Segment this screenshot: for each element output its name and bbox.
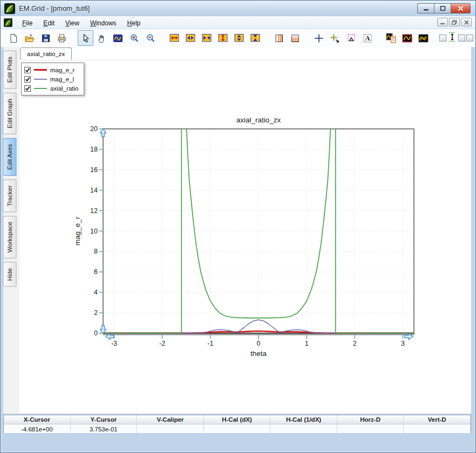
menu-windows[interactable]: Windows	[85, 18, 122, 29]
y-tick-label: 2	[94, 309, 98, 317]
series-axial_ratio	[103, 125, 181, 333]
mdi-close-icon[interactable]	[461, 18, 472, 26]
toolbar-arrows-out-x-button[interactable]	[182, 30, 198, 46]
mdi-restore-icon[interactable]	[449, 18, 460, 26]
toolbar-link-axes-vertical-button[interactable]	[439, 32, 465, 44]
toolbar-new-file-button[interactable]	[5, 30, 21, 46]
axis-arrow-up-icon[interactable]	[100, 129, 106, 137]
legend-label: mag_e_r	[50, 67, 74, 73]
close-button[interactable]	[451, 3, 471, 13]
link-axes-vertical-icon	[448, 32, 457, 44]
toolbar-print-button[interactable]	[54, 30, 70, 46]
toolbar-open-folder-button[interactable]	[22, 30, 37, 46]
toolbar-tracker-button[interactable]	[327, 30, 343, 46]
minimize-button[interactable]	[417, 3, 434, 13]
toolbar-expand-x-red-button[interactable]	[166, 30, 182, 46]
menu-edit[interactable]: Edit	[38, 18, 60, 29]
checkbox-icon[interactable]	[466, 35, 473, 42]
y-tick-label: 10	[90, 228, 98, 235]
toolbar-zoom-out-button[interactable]	[142, 30, 158, 46]
toolbar-save-button[interactable]	[38, 30, 53, 46]
toolbar-link-axes-horizontal-button[interactable]	[466, 33, 475, 44]
legend-item-axial_ratio: axial_ratio	[24, 84, 78, 93]
checkbox-checked-icon[interactable]	[24, 85, 31, 92]
x-tick-label: 3	[401, 340, 405, 347]
toolbar-zoom-box-button[interactable]	[110, 30, 126, 46]
statusbar: X-CursorY-CursorV-CaliperH-Cal (dX)H-Cal…	[3, 415, 471, 433]
axis-arrow-down-icon[interactable]	[100, 326, 106, 334]
maximize-button[interactable]	[434, 3, 451, 13]
statusbar-value	[337, 424, 404, 433]
y-axis-label: mag_e_r	[73, 216, 81, 245]
legend-line-swatch	[34, 69, 47, 71]
y-tick-label: 16	[90, 166, 98, 174]
app-window: EM.Grid - [pmom_tut6] FileEditViewWindow…	[0, 0, 476, 453]
toolbar-expand-y-red-button[interactable]	[215, 30, 230, 46]
menubar: FileEditViewWindowsHelp	[1, 16, 475, 29]
statusbar-header: V-Caliper	[137, 415, 204, 424]
toolbar-arrows-in-x-button[interactable]	[199, 30, 214, 46]
titlebar: EM.Grid - [pmom_tut6]	[1, 1, 475, 16]
toolbar-grid-horizontal-lines-button[interactable]	[287, 30, 303, 46]
statusbar-value	[137, 424, 204, 433]
x-axis-label: theta	[250, 349, 267, 358]
statusbar-value: 3.753e-01	[71, 424, 138, 433]
toolbar-plot-with-legend-button[interactable]	[383, 30, 399, 46]
legend-panel: mag_e_rmag_e_laxial_ratio	[21, 63, 84, 95]
statusbar-value	[204, 424, 271, 433]
toolbar-caliper-button[interactable]	[343, 30, 359, 46]
menu-view[interactable]: View	[60, 18, 85, 29]
statusbar-header: H-Cal (1/dX)	[270, 415, 337, 424]
checkbox-checked-icon[interactable]	[24, 76, 31, 83]
toolbar-pan-hand-button[interactable]	[94, 30, 110, 46]
legend-label: axial_ratio	[50, 85, 78, 92]
y-tick-label: 14	[90, 187, 98, 194]
menu-items-container: FileEditViewWindowsHelp	[17, 18, 146, 28]
toolbar-arrows-in-y-button[interactable]	[247, 30, 263, 46]
chart-canvas[interactable]: -3-2-1012302468101214161820axial_ratio_z…	[3, 47, 471, 414]
document-area: Edit PlotsEdit GraphEdit AxesTrackerWork…	[3, 47, 471, 414]
x-tick-label: 1	[305, 340, 309, 347]
statusbar-header: X-Cursor	[4, 415, 71, 424]
toolbar-crosshair-button[interactable]	[311, 30, 327, 46]
y-tick-label: 12	[90, 207, 98, 215]
statusbar-header: H-Cal (dX)	[204, 415, 271, 424]
y-tick-label: 4	[94, 289, 98, 296]
y-tick-label: 8	[94, 248, 98, 255]
y-tick-label: 20	[90, 125, 98, 133]
legend-line-swatch	[34, 88, 47, 89]
toolbar-zoom-in-button[interactable]	[126, 30, 142, 46]
y-tick-label: 18	[90, 146, 98, 153]
series-axial_ratio	[336, 125, 414, 333]
chart-title: axial_ratio_zx	[236, 116, 281, 124]
legend-label: mag_e_l	[50, 76, 74, 83]
statusbar-header: Horz-D	[337, 415, 404, 424]
x-tick-label: -3	[111, 340, 117, 347]
toolbar-arrows-out-y-button[interactable]	[231, 30, 247, 46]
menu-help[interactable]: Help	[122, 18, 146, 29]
y-tick-label: 6	[94, 268, 98, 276]
checkbox-checked-icon[interactable]	[24, 67, 31, 73]
toolbar-plot-single-button[interactable]	[399, 30, 415, 46]
toolbar-plot-multi-button[interactable]	[416, 30, 431, 46]
x-tick-label: -2	[159, 340, 165, 347]
document-logo-icon	[4, 18, 12, 27]
checkbox-icon[interactable]	[458, 35, 465, 42]
menu-file[interactable]: File	[17, 18, 38, 29]
toolbar: ALayout	[1, 29, 475, 47]
window-title: EM.Grid - [pmom_tut6]	[19, 4, 90, 12]
link-axes-horizontal-icon	[475, 33, 475, 44]
x-tick-label: -1	[207, 340, 213, 347]
statusbar-header: Vert-D	[404, 415, 471, 424]
mdi-minimize-icon[interactable]	[437, 18, 448, 26]
document-tab-axial-ratio-zx[interactable]: axial_ratio_zx	[20, 47, 72, 60]
checkbox-icon[interactable]	[439, 35, 446, 42]
toolbar-grid-vertical-lines-button[interactable]	[271, 30, 287, 46]
document-tab-label: axial_ratio_zx	[27, 51, 65, 57]
y-tick-label: 0	[94, 330, 98, 337]
legend-item-mag_e_r: mag_e_r	[24, 65, 78, 74]
toolbar-select-cursor-button[interactable]	[78, 30, 93, 46]
legend-line-swatch	[34, 79, 47, 80]
statusbar-value	[404, 424, 471, 433]
toolbar-text-label-button[interactable]: A	[359, 30, 375, 46]
